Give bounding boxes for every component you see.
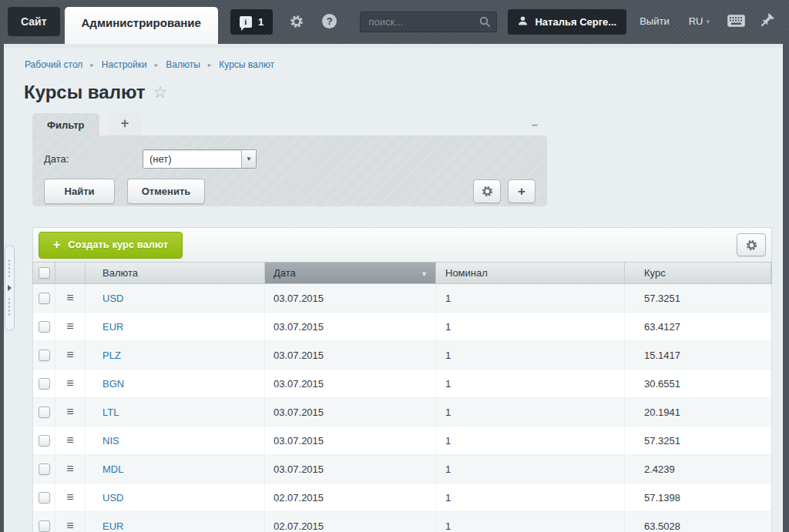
currency-link[interactable]: PLZ — [102, 350, 121, 361]
rate-cell: 15.1417 — [625, 341, 771, 369]
rate-cell: 30.6551 — [625, 370, 771, 397]
tab-administration[interactable]: Администрирование — [65, 7, 218, 44]
row-menu-icon[interactable]: ≡ — [55, 313, 86, 340]
header-date-sorted[interactable]: Дата ▼ — [265, 263, 436, 283]
pin-icon[interactable] — [760, 12, 775, 32]
row-menu-icon[interactable]: ≡ — [55, 483, 86, 511]
row-checkbox[interactable] — [39, 350, 50, 361]
rate-cell: 63.4127 — [625, 313, 771, 340]
filter-settings-button[interactable] — [473, 179, 501, 203]
select-all-checkbox[interactable] — [39, 267, 50, 279]
chevron-right-icon — [8, 285, 12, 291]
search-icon[interactable] — [479, 16, 491, 31]
row-menu-icon[interactable]: ≡ — [55, 284, 86, 312]
row-checkbox[interactable] — [39, 435, 50, 447]
filter-collapse-button[interactable]: – — [532, 118, 538, 131]
row-menu-icon[interactable]: ≡ — [55, 427, 86, 454]
row-checkbox[interactable] — [39, 492, 50, 504]
date-cell: 03.07.2015 — [265, 370, 436, 397]
row-checkbox[interactable] — [39, 520, 50, 532]
sidebar-expand-toggle[interactable] — [5, 245, 15, 331]
keyboard-icon[interactable] — [727, 15, 745, 30]
language-selector[interactable]: RU ▾ — [689, 15, 710, 27]
table-row: ≡ EUR 03.07.2015 1 63.4127 — [33, 313, 771, 341]
filter-add-field-button[interactable]: + — [508, 179, 536, 203]
row-menu-icon[interactable]: ≡ — [55, 512, 86, 532]
date-cell: 03.07.2015 — [265, 455, 436, 483]
nominal-cell: 1 — [436, 398, 625, 426]
table-row: ≡ USD 02.07.2015 1 57.1398 — [33, 483, 771, 512]
date-filter-select[interactable]: (нет) ▼ — [143, 149, 257, 169]
row-checkbox[interactable] — [39, 407, 50, 418]
table-row: ≡ NIS 03.07.2015 1 57.3251 — [33, 427, 771, 455]
find-button[interactable]: Найти — [44, 179, 115, 204]
grid-header-row: Валюта Дата ▼ Номинал Курс — [32, 262, 772, 284]
filter-tab[interactable]: Фильтр — [32, 113, 99, 136]
nominal-cell: 1 — [436, 341, 625, 369]
date-filter-value: (нет) — [143, 150, 241, 168]
row-menu-icon[interactable]: ≡ — [55, 370, 86, 397]
logout-link[interactable]: Выйти — [640, 15, 670, 27]
notification-count: 1 — [258, 16, 264, 28]
grid-toolbar: + Создать курс валют — [32, 227, 772, 262]
nominal-cell: 1 — [436, 483, 625, 511]
grid-settings-button[interactable] — [737, 233, 766, 256]
currency-link[interactable]: LTL — [102, 407, 119, 418]
rate-cell: 63.5028 — [625, 512, 771, 532]
breadcrumb-item-currencies[interactable]: Валюты — [166, 59, 200, 70]
date-cell: 03.07.2015 — [265, 398, 436, 426]
language-code: RU — [689, 15, 703, 27]
header-rate[interactable]: Курс — [625, 263, 771, 283]
currency-link[interactable]: NIS — [102, 435, 119, 447]
grip-dots-icon — [8, 297, 12, 317]
currency-link[interactable]: EUR — [102, 520, 123, 532]
create-rate-button[interactable]: + Создать курс валют — [39, 232, 183, 259]
favorite-star-icon[interactable]: ☆ — [153, 83, 168, 102]
row-menu-icon[interactable]: ≡ — [55, 455, 86, 483]
user-menu-button[interactable]: Наталья Серге... — [508, 9, 626, 35]
settings-gear-icon[interactable] — [289, 14, 304, 32]
nominal-cell: 1 — [436, 370, 625, 397]
currency-link[interactable]: USD — [102, 293, 123, 304]
currency-link[interactable]: BGN — [102, 378, 124, 390]
nominal-cell: 1 — [436, 455, 625, 483]
grip-dots-icon — [8, 259, 12, 279]
row-menu-icon[interactable]: ≡ — [55, 398, 86, 426]
table-row: ≡ EUR 02.07.2015 1 63.5028 — [33, 512, 771, 532]
select-arrow-icon[interactable]: ▼ — [241, 150, 256, 168]
breadcrumb: Рабочий стол ▸ Настройки ▸ Валюты ▸ Курс… — [4, 48, 783, 70]
tab-site[interactable]: Сайт — [8, 7, 60, 36]
cancel-button[interactable]: Отменить — [127, 179, 205, 204]
date-cell: 03.07.2015 — [265, 313, 436, 340]
rate-cell: 57.3251 — [625, 427, 771, 454]
currency-link[interactable]: MDL — [102, 463, 123, 475]
row-checkbox[interactable] — [39, 293, 50, 304]
search-input[interactable] — [360, 12, 497, 32]
currency-link[interactable]: USD — [102, 492, 123, 504]
nominal-cell: 1 — [436, 427, 625, 454]
row-checkbox[interactable] — [39, 463, 50, 475]
date-cell: 03.07.2015 — [265, 341, 436, 369]
header-currency[interactable]: Валюта — [86, 263, 265, 283]
notifications-button[interactable]: i 1 — [230, 9, 273, 35]
breadcrumb-item-settings[interactable]: Настройки — [102, 59, 147, 70]
row-checkbox[interactable] — [39, 378, 50, 390]
header-nominal[interactable]: Номинал — [436, 263, 625, 283]
breadcrumb-item-desktop[interactable]: Рабочий стол — [25, 59, 82, 70]
row-menu-icon[interactable]: ≡ — [55, 341, 86, 369]
grid-body: ≡ USD 03.07.2015 1 57.3251 ≡ EUR 03.07.2… — [32, 284, 772, 532]
table-row: ≡ BGN 03.07.2015 1 30.6551 — [33, 370, 771, 398]
row-checkbox[interactable] — [39, 321, 50, 333]
topbar: Сайт Администрирование i 1 ? Наталья Сер… — [0, 0, 789, 44]
date-cell: 03.07.2015 — [265, 284, 436, 312]
topbar-search — [360, 12, 497, 32]
chevron-down-icon: ▾ — [706, 18, 710, 25]
rate-cell: 2.4239 — [625, 455, 771, 483]
currency-link[interactable]: EUR — [102, 321, 123, 333]
breadcrumb-item-rates[interactable]: Курсы валют — [219, 59, 274, 70]
breadcrumb-separator-icon: ▸ — [90, 61, 94, 69]
rate-cell: 20.1941 — [625, 398, 771, 426]
table-row: ≡ PLZ 03.07.2015 1 15.1417 — [33, 341, 771, 370]
add-filter-tab-button[interactable]: + — [108, 113, 143, 136]
help-icon[interactable]: ? — [322, 14, 337, 28]
